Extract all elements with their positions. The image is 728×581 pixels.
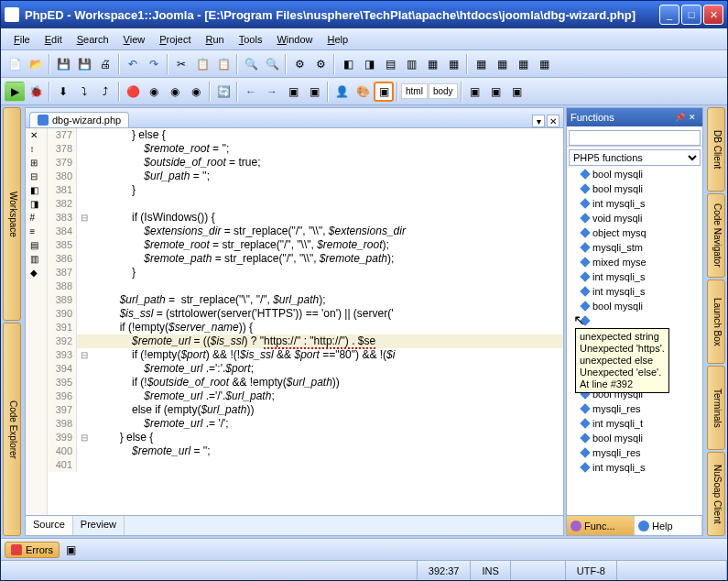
nav-back-button[interactable]: ← <box>241 82 261 102</box>
tool-button[interactable]: ▦ <box>492 54 512 74</box>
function-item[interactable] <box>567 313 702 328</box>
find-button[interactable]: 🔍 <box>241 54 261 74</box>
menu-window[interactable]: Window <box>269 31 320 48</box>
marker-icon[interactable]: # <box>30 213 43 225</box>
titlebar[interactable]: PhpED - Workspace1::Joomla - [E:\Program… <box>1 1 727 28</box>
marker-icon[interactable]: ✕ <box>30 130 43 143</box>
tab-db-client[interactable]: DB Client <box>707 107 725 192</box>
breadcrumb-body[interactable]: body <box>429 83 458 99</box>
tool-button[interactable]: ◉ <box>144 82 164 102</box>
step-button[interactable]: ⬇ <box>53 82 73 102</box>
tool-button[interactable]: ▣ <box>374 82 394 102</box>
find-files-button[interactable]: 🔍 <box>262 54 282 74</box>
code-line[interactable]: 396 $remote_url .='/'.$url_path; <box>48 389 563 403</box>
function-item[interactable]: mysqli_stm <box>567 240 702 255</box>
marker-icon[interactable]: ↕ <box>30 144 43 157</box>
panel-tab-functions[interactable]: Func... <box>567 516 635 535</box>
tab-launch-box[interactable]: Launch Box <box>707 280 725 364</box>
redo-button[interactable]: ↷ <box>144 54 164 74</box>
menu-file[interactable]: File <box>6 31 38 48</box>
tab-code-navigator[interactable]: Code Navigator <box>707 193 725 278</box>
function-search-input[interactable] <box>569 130 701 146</box>
code-line[interactable]: 383⊟ if (IsWindows()) { <box>48 211 563 225</box>
menu-tools[interactable]: Tools <box>232 31 270 48</box>
tool-button[interactable]: ▦ <box>422 54 442 74</box>
pin-icon[interactable]: 📌 <box>673 111 686 124</box>
tool-button[interactable]: ▣ <box>486 82 506 102</box>
code-line[interactable]: 379 $outside_of_root = true; <box>48 156 563 170</box>
save-all-button[interactable]: 💾 <box>74 54 94 74</box>
tool-button[interactable]: 👤 <box>331 82 352 102</box>
function-item[interactable]: int mysqli_t <box>567 416 702 431</box>
function-item[interactable]: void mysqli <box>567 211 702 225</box>
tab-dropdown-button[interactable]: ▾ <box>532 115 545 127</box>
function-item[interactable]: bool mysqli <box>567 167 702 181</box>
tab-preview[interactable]: Preview <box>73 516 125 535</box>
tool-button[interactable]: ⚙ <box>289 54 310 74</box>
menu-project[interactable]: Project <box>152 31 198 48</box>
tool-button[interactable]: 🎨 <box>353 82 373 102</box>
menu-run[interactable]: Run <box>199 31 232 48</box>
tool-button[interactable]: ◉ <box>165 82 185 102</box>
tool-button[interactable]: ▤ <box>380 54 400 74</box>
code-line[interactable]: 394 $remote_url .=':'.$port; <box>48 362 563 376</box>
tool-button[interactable]: ◧ <box>338 54 358 74</box>
function-item[interactable]: mysqli_res <box>567 401 702 416</box>
function-item[interactable]: int mysqli_s <box>567 269 702 284</box>
marker-icon[interactable]: ▥ <box>30 254 43 267</box>
menu-edit[interactable]: Edit <box>38 31 70 48</box>
tab-terminals[interactable]: Terminals <box>707 366 725 450</box>
tool-button[interactable]: ▦ <box>443 54 463 74</box>
code-line[interactable]: 400 $remote_url = ''; <box>48 444 563 458</box>
code-line[interactable]: 390 $is_ssl = (strtolower(server('HTTPS'… <box>48 307 563 321</box>
tab-code-explorer[interactable]: Code Explorer <box>3 323 21 536</box>
function-item[interactable]: int mysqli_s <box>567 460 702 475</box>
marker-icon[interactable]: ⊟ <box>30 171 43 184</box>
code-line[interactable]: 384 $extensions_dir = str_replace("/", "… <box>48 225 563 238</box>
step-button[interactable]: ⤴ <box>95 82 115 102</box>
menu-view[interactable]: View <box>116 31 153 48</box>
cut-button[interactable]: ✂ <box>171 54 191 74</box>
code-line[interactable]: 382 <box>48 197 563 211</box>
tool-button[interactable]: ◨ <box>359 54 379 74</box>
marker-icon[interactable]: ▤ <box>30 240 43 253</box>
marker-icon[interactable]: ≡ <box>30 226 43 239</box>
close-button[interactable]: ✕ <box>703 5 723 25</box>
breakpoint-button[interactable]: 🔴 <box>123 82 143 102</box>
errors-tab[interactable]: Errors <box>5 542 60 558</box>
tool-button[interactable]: ◉ <box>186 82 206 102</box>
code-line[interactable]: 395 if (!$outside_of_root && !empty($url… <box>48 376 563 389</box>
debug-button[interactable]: 🐞 <box>26 82 46 102</box>
function-item[interactable]: mysqli_res <box>567 445 702 460</box>
panel-close-icon[interactable]: ✕ <box>686 111 699 124</box>
function-item[interactable]: bool mysqli <box>567 299 702 313</box>
print-button[interactable]: 🖨 <box>95 54 115 74</box>
tool-button[interactable]: ▣ <box>283 82 303 102</box>
code-line[interactable]: 399⊟ } else { <box>48 431 563 444</box>
function-item[interactable]: int mysqli_s <box>567 196 702 211</box>
code-line[interactable]: 401 <box>48 458 563 472</box>
code-line[interactable]: 389 $url_path = str_replace("\", "/", $u… <box>48 293 563 307</box>
tool-button[interactable]: ▦ <box>513 54 533 74</box>
minimize-button[interactable]: _ <box>659 5 679 25</box>
maximize-button[interactable]: □ <box>681 5 701 25</box>
breadcrumb-html[interactable]: html <box>401 83 428 99</box>
tab-source[interactable]: Source <box>26 516 73 535</box>
panel-tab-help[interactable]: Help <box>635 516 702 535</box>
panel-header[interactable]: Functions 📌 ✕ <box>567 108 702 126</box>
copy-button[interactable]: 📋 <box>192 54 212 74</box>
tool-button[interactable]: ▣ <box>304 82 324 102</box>
tab-workspace[interactable]: Workspace <box>3 107 21 321</box>
bottom-tool-button[interactable]: ▣ <box>61 540 81 560</box>
menu-help[interactable]: Help <box>321 31 356 48</box>
code-line[interactable]: 392 $remote_url = (($is_ssl) ? "https://… <box>48 334 563 348</box>
function-item[interactable]: int mysqli_s <box>567 284 702 299</box>
tool-button[interactable]: ▥ <box>401 54 421 74</box>
function-item[interactable]: bool mysqli <box>567 431 702 445</box>
code-line[interactable]: 377 } else { <box>48 128 563 142</box>
marker-icon[interactable]: ◨ <box>30 199 43 212</box>
file-tab[interactable]: dbg-wizard.php <box>29 112 129 127</box>
menu-search[interactable]: Search <box>70 31 116 48</box>
undo-button[interactable]: ↶ <box>123 54 143 74</box>
tool-button[interactable]: ⚙ <box>310 54 331 74</box>
